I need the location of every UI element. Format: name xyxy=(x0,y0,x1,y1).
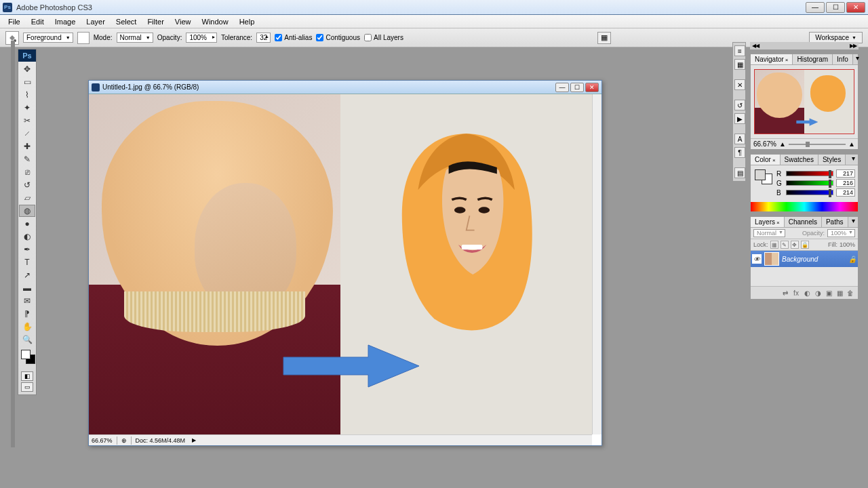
tolerance-input[interactable]: 32 xyxy=(256,33,271,43)
zoom-out-icon[interactable]: ▲ xyxy=(779,140,786,148)
lock-transparency-icon[interactable]: ▦ xyxy=(770,241,778,249)
stamp-tool[interactable]: ⎚ xyxy=(19,166,35,178)
color-fg-swatch[interactable] xyxy=(755,169,766,180)
wand-tool[interactable]: ✦ xyxy=(19,102,35,114)
panel-menu-icon[interactable]: ▾ xyxy=(849,217,858,227)
layer-style-icon[interactable]: fx xyxy=(791,288,801,298)
history-icon[interactable]: ↺ xyxy=(734,100,745,110)
menu-select[interactable]: Select xyxy=(111,16,142,27)
tab-paths[interactable]: Paths xyxy=(822,217,848,227)
menu-image[interactable]: Image xyxy=(50,16,81,27)
tab-styles[interactable]: Styles xyxy=(818,155,846,165)
lasso-tool[interactable]: ⌇ xyxy=(19,89,35,101)
character-icon[interactable]: A xyxy=(734,134,745,144)
panel-menu-icon[interactable]: ▾ xyxy=(849,155,858,165)
notes-tool[interactable]: ✉ xyxy=(19,295,35,307)
shape-tool[interactable]: ▬ xyxy=(19,282,35,294)
navigator-zoom[interactable]: 66.67% xyxy=(753,140,776,148)
menu-help[interactable]: Help xyxy=(234,16,260,27)
antialias-checkbox[interactable]: Anti-alias xyxy=(275,34,312,41)
mode-dropdown[interactable]: Normal xyxy=(117,33,153,43)
contiguous-checkbox[interactable]: Contiguous xyxy=(316,34,360,41)
slice-tool[interactable]: ⟋ xyxy=(19,127,35,140)
paragraph-icon[interactable]: ¶ xyxy=(734,147,745,158)
bridge-button[interactable]: ▦ xyxy=(597,32,611,44)
zoom-slider[interactable] xyxy=(789,144,846,145)
menu-file[interactable]: File xyxy=(3,16,26,27)
blur-tool[interactable]: ● xyxy=(19,218,35,230)
zoom-tool[interactable]: 🔍 xyxy=(19,333,35,346)
tab-histogram[interactable]: Histogram xyxy=(793,54,833,64)
healing-tool[interactable]: ✚ xyxy=(19,140,35,152)
link-layers-icon[interactable]: ⇄ xyxy=(781,288,790,298)
all-layers-checkbox[interactable]: All Layers xyxy=(364,34,403,41)
brushes-icon[interactable]: ≡ xyxy=(734,45,745,56)
r-value[interactable]: 217 xyxy=(836,169,855,178)
crop-tool[interactable]: ✂ xyxy=(19,115,35,127)
g-slider[interactable] xyxy=(786,180,833,186)
foreground-swatch[interactable] xyxy=(21,350,31,359)
group-icon[interactable]: ▣ xyxy=(824,288,833,298)
menu-filter[interactable]: Filter xyxy=(142,16,169,27)
layer-row-background[interactable]: 👁 Background 🔒 xyxy=(751,251,858,267)
zoom-in-icon[interactable]: ▲ xyxy=(848,140,855,148)
menu-layer[interactable]: Layer xyxy=(81,16,111,27)
panel-dock-header[interactable]: ◀◀▶▶ xyxy=(750,42,859,49)
r-slider[interactable] xyxy=(786,171,833,176)
lock-all-icon[interactable]: 🔒 xyxy=(801,241,809,249)
actions-icon[interactable]: ▶ xyxy=(734,113,745,124)
layer-mask-icon[interactable]: ◐ xyxy=(802,288,812,298)
window-close-button[interactable]: ✕ xyxy=(846,2,865,13)
window-minimize-button[interactable]: — xyxy=(806,2,825,13)
eyedropper-tool[interactable]: ⁋ xyxy=(19,308,35,320)
zoom-readout[interactable]: 66.67% xyxy=(92,437,113,444)
b-value[interactable]: 214 xyxy=(836,188,855,197)
marquee-tool[interactable]: ▭ xyxy=(19,76,35,88)
opacity-input[interactable]: 100% xyxy=(186,33,217,43)
adjustment-layer-icon[interactable]: ◑ xyxy=(813,288,823,298)
menu-window[interactable]: Window xyxy=(197,16,234,27)
screenmode-toggle[interactable]: ▭ xyxy=(21,382,33,392)
layer-opacity-input[interactable]: 100% xyxy=(827,229,855,237)
tab-navigator[interactable]: Navigator× xyxy=(751,54,793,64)
doc-maximize-button[interactable]: ☐ xyxy=(570,83,584,92)
brush-tool[interactable]: ✎ xyxy=(19,153,35,165)
move-tool[interactable]: ✥ xyxy=(19,63,35,75)
history-brush-tool[interactable]: ↺ xyxy=(19,179,35,191)
tab-color[interactable]: Color× xyxy=(751,155,781,165)
dock-strip[interactable] xyxy=(11,41,15,447)
bucket-tool[interactable]: ◍ xyxy=(19,205,35,217)
navigator-preview[interactable] xyxy=(754,69,854,134)
eraser-tool[interactable]: ▱ xyxy=(19,192,35,204)
color-swatches[interactable] xyxy=(20,348,35,369)
path-tool[interactable]: ↗ xyxy=(19,269,35,281)
lock-pixels-icon[interactable]: ✎ xyxy=(781,241,789,249)
delete-layer-icon[interactable]: 🗑 xyxy=(846,288,855,298)
layer-fill-input[interactable]: 100% xyxy=(840,241,855,248)
clone-icon[interactable]: ▦ xyxy=(734,59,745,70)
new-layer-icon[interactable]: ▦ xyxy=(835,288,844,298)
vertical-scrollbar[interactable] xyxy=(592,94,601,434)
doc-minimize-button[interactable]: — xyxy=(555,83,569,92)
dodge-tool[interactable]: ◐ xyxy=(19,230,35,243)
color-spectrum[interactable] xyxy=(751,202,858,211)
b-slider[interactable] xyxy=(786,190,833,195)
layer-thumbnail[interactable] xyxy=(764,252,779,266)
tool-presets-icon[interactable]: ✕ xyxy=(734,79,745,90)
quickmask-toggle[interactable]: ◧ xyxy=(21,371,33,381)
doc-size-readout[interactable]: Doc: 4.56M/4.48M xyxy=(136,437,186,444)
doc-close-button[interactable]: ✕ xyxy=(585,83,599,92)
tab-layers[interactable]: Layers× xyxy=(751,217,785,227)
visibility-toggle[interactable]: 👁 xyxy=(752,254,762,264)
document-titlebar[interactable]: Untitled-1.jpg @ 66.7% (RGB/8) — ☐ ✕ xyxy=(89,81,601,94)
canvas[interactable] xyxy=(89,94,592,434)
window-maximize-button[interactable]: ☐ xyxy=(826,2,845,13)
menu-view[interactable]: View xyxy=(170,16,197,27)
pen-tool[interactable]: ✒ xyxy=(19,243,35,256)
layercomps-icon[interactable]: ▤ xyxy=(734,167,745,178)
tab-swatches[interactable]: Swatches xyxy=(781,155,818,165)
panel-menu-icon[interactable]: ▾ xyxy=(853,54,862,64)
pattern-swatch[interactable] xyxy=(77,32,90,44)
tab-info[interactable]: Info xyxy=(833,54,853,64)
fill-dropdown[interactable]: Foreground xyxy=(23,33,73,43)
